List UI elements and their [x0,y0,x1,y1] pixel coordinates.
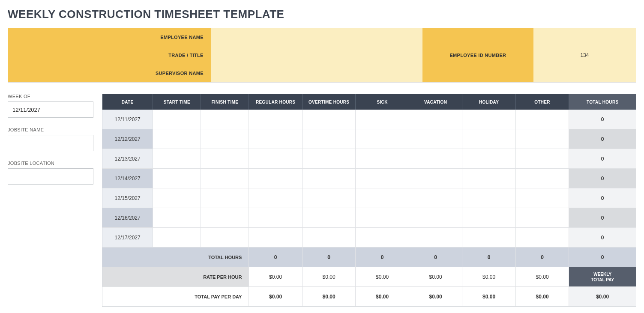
cell-other[interactable] [516,129,569,149]
table-row: 12/17/20270 [102,228,636,247]
cell-holiday[interactable] [462,110,516,129]
cell-overtime[interactable] [303,169,356,188]
total-hours-sick: 0 [356,247,409,267]
jobsite-location-input[interactable] [8,168,93,185]
col-total: TOTAL HOURS [569,94,636,110]
cell-total: 0 [569,169,636,188]
table-row: 12/12/20270 [102,129,636,149]
cell-other[interactable] [516,110,569,129]
cell-sick[interactable] [356,188,409,208]
cell-vacation[interactable] [409,129,463,149]
supervisor-name-value[interactable] [211,64,422,82]
cell-start[interactable] [153,110,201,129]
cell-start[interactable] [153,169,201,188]
cell-regular[interactable] [249,110,303,129]
cell-vacation[interactable] [409,228,463,247]
week-of-input[interactable] [8,101,93,118]
cell-start[interactable] [153,208,201,228]
cell-finish[interactable] [201,149,249,169]
week-of-label: WEEK OF [8,94,93,99]
col-other: OTHER [516,94,569,110]
cell-vacation[interactable] [409,208,463,228]
cell-holiday[interactable] [462,208,516,228]
cell-overtime[interactable] [303,110,356,129]
employee-id-label: EMPLOYEE ID NUMBER [422,28,533,82]
cell-other[interactable] [516,228,569,247]
cell-finish[interactable] [201,208,249,228]
cell-date: 12/13/2027 [102,149,153,169]
pay-vacation: $0.00 [409,287,463,307]
cell-sick[interactable] [356,129,409,149]
cell-total: 0 [569,228,636,247]
cell-other[interactable] [516,149,569,169]
rate-holiday[interactable]: $0.00 [462,267,516,287]
employee-info-block: EMPLOYEE NAME TRADE / TITLE SUPERVISOR N… [8,28,636,83]
cell-regular[interactable] [249,169,303,188]
cell-regular[interactable] [249,188,303,208]
cell-date: 12/12/2027 [102,129,153,149]
cell-holiday[interactable] [462,129,516,149]
employee-name-value[interactable] [211,28,422,46]
cell-finish[interactable] [201,188,249,208]
cell-date: 12/16/2027 [102,208,153,228]
cell-other[interactable] [516,208,569,228]
total-hours-vacation: 0 [409,247,463,267]
cell-overtime[interactable] [303,188,356,208]
cell-regular[interactable] [249,208,303,228]
col-holiday: HOLIDAY [462,94,516,110]
cell-start[interactable] [153,188,201,208]
cell-holiday[interactable] [462,188,516,208]
cell-other[interactable] [516,188,569,208]
rate-other[interactable]: $0.00 [516,267,569,287]
cell-overtime[interactable] [303,149,356,169]
cell-vacation[interactable] [409,169,463,188]
footer-total-hours: TOTAL HOURS 0 0 0 0 0 0 0 [102,247,636,267]
cell-start[interactable] [153,149,201,169]
trade-title-value[interactable] [211,46,422,64]
rate-vacation[interactable]: $0.00 [409,267,463,287]
pay-label: TOTAL PAY PER DAY [102,287,249,307]
cell-finish[interactable] [201,129,249,149]
rate-overtime[interactable]: $0.00 [303,267,356,287]
total-hours-overtime: 0 [303,247,356,267]
cell-sick[interactable] [356,149,409,169]
cell-regular[interactable] [249,228,303,247]
trade-title-label: TRADE / TITLE [8,46,211,64]
page-title: WEEKLY CONSTRUCTION TIMESHEET TEMPLATE [8,8,636,21]
cell-holiday[interactable] [462,149,516,169]
cell-regular[interactable] [249,129,303,149]
col-regular: REGULAR HOURS [249,94,303,110]
col-sick: SICK [356,94,409,110]
cell-date: 12/11/2027 [102,110,153,129]
cell-total: 0 [569,149,636,169]
cell-holiday[interactable] [462,228,516,247]
cell-sick[interactable] [356,208,409,228]
cell-vacation[interactable] [409,110,463,129]
pay-holiday: $0.00 [462,287,516,307]
cell-overtime[interactable] [303,208,356,228]
cell-sick[interactable] [356,228,409,247]
table-row: 12/16/20270 [102,208,636,228]
cell-vacation[interactable] [409,188,463,208]
cell-sick[interactable] [356,110,409,129]
cell-other[interactable] [516,169,569,188]
cell-finish[interactable] [201,228,249,247]
rate-regular[interactable]: $0.00 [249,267,303,287]
jobsite-name-input[interactable] [8,135,93,151]
cell-sick[interactable] [356,169,409,188]
cell-total: 0 [569,110,636,129]
cell-finish[interactable] [201,110,249,129]
rate-sick[interactable]: $0.00 [356,267,409,287]
total-hours-label: TOTAL HOURS [102,247,249,267]
cell-start[interactable] [153,228,201,247]
cell-overtime[interactable] [303,129,356,149]
employee-id-value[interactable]: 134 [533,28,636,82]
cell-vacation[interactable] [409,149,463,169]
cell-total: 0 [569,129,636,149]
cell-overtime[interactable] [303,228,356,247]
employee-name-label: EMPLOYEE NAME [8,28,211,46]
cell-finish[interactable] [201,169,249,188]
cell-regular[interactable] [249,149,303,169]
cell-start[interactable] [153,129,201,149]
cell-holiday[interactable] [462,169,516,188]
